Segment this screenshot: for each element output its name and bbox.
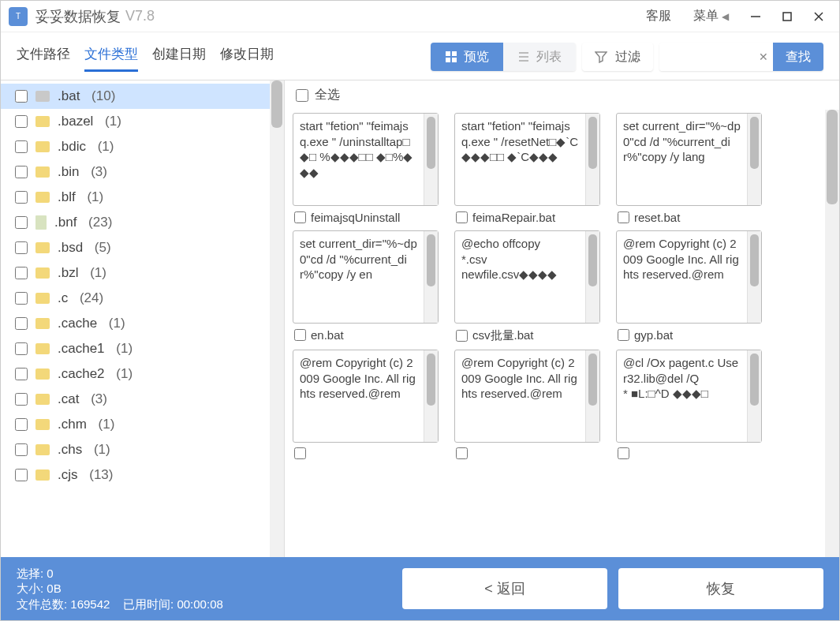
ext-label: .c bbox=[58, 290, 68, 306]
file-card[interactable]: set current_dir="%~dp0"cd /d "%current_d… bbox=[293, 230, 439, 345]
main-scrollbar[interactable] bbox=[825, 110, 839, 557]
sidebar-item-checkbox[interactable] bbox=[15, 140, 28, 153]
filter-button[interactable]: 过滤 bbox=[582, 43, 653, 71]
search-go-button[interactable]: 查找 bbox=[773, 43, 823, 71]
file-checkbox[interactable] bbox=[456, 211, 468, 223]
thumb-scrollbar[interactable] bbox=[424, 114, 438, 205]
folder-icon bbox=[35, 192, 50, 203]
file-checkbox[interactable] bbox=[294, 329, 306, 341]
thumb-scrollbar[interactable] bbox=[424, 350, 438, 442]
triangle-left-icon: ◀ bbox=[722, 11, 729, 22]
sidebar-item-checkbox[interactable] bbox=[15, 166, 28, 178]
file-card[interactable]: @rem Copyright (c) 2009 Google Inc. All … bbox=[616, 230, 762, 345]
sidebar-item-checkbox[interactable] bbox=[15, 368, 28, 380]
back-button[interactable]: < 返回 bbox=[402, 568, 607, 609]
file-card[interactable]: set current_dir="%~dp0"cd /d "%current_d… bbox=[616, 113, 762, 226]
minimize-button[interactable] bbox=[740, 1, 771, 32]
sidebar-item-checkbox[interactable] bbox=[15, 469, 28, 481]
sidebar-item[interactable]: .chm (1) bbox=[1, 412, 270, 437]
file-preview-thumb[interactable]: @rem Copyright (c) 2009 Google Inc. All … bbox=[616, 230, 762, 324]
file-card[interactable]: @cl /Ox pagent.c User32.lib@del /Q* ■L:□… bbox=[616, 350, 762, 461]
sidebar-scrollbar[interactable] bbox=[270, 80, 284, 557]
preview-mode-button[interactable]: 预览 bbox=[431, 43, 503, 71]
thumb-scrollbar[interactable] bbox=[585, 350, 599, 442]
search-clear-button[interactable]: ✕ bbox=[754, 51, 773, 63]
file-card[interactable]: @rem Copyright (c) 2009 Google Inc. All … bbox=[454, 350, 600, 461]
file-card[interactable]: start "fetion" "feimajsq.exe " /uninstal… bbox=[293, 113, 439, 226]
ext-label: .blf bbox=[58, 189, 76, 205]
file-checkbox[interactable] bbox=[294, 211, 306, 223]
thumb-scrollbar[interactable] bbox=[747, 231, 761, 323]
file-checkbox[interactable] bbox=[456, 330, 468, 342]
sidebar-item[interactable]: .cjs (13) bbox=[1, 462, 270, 488]
sidebar-item-checkbox[interactable] bbox=[15, 90, 28, 103]
sidebar-item-checkbox[interactable] bbox=[15, 393, 28, 406]
sidebar-item[interactable]: .bazel (1) bbox=[1, 109, 270, 134]
thumb-scrollbar[interactable] bbox=[585, 231, 599, 323]
file-checkbox[interactable] bbox=[456, 447, 468, 459]
sidebar-item[interactable]: .cache (1) bbox=[1, 311, 270, 336]
sidebar-item-checkbox[interactable] bbox=[15, 191, 28, 204]
file-preview-thumb[interactable]: @rem Copyright (c) 2009 Google Inc. All … bbox=[454, 350, 600, 443]
file-preview-thumb[interactable]: @rem Copyright (c) 2009 Google Inc. All … bbox=[293, 350, 439, 443]
sidebar-item[interactable]: .bnf (23) bbox=[1, 210, 270, 235]
sidebar-item[interactable]: .cache2 (1) bbox=[1, 361, 270, 387]
file-preview-thumb[interactable]: @echo offcopy*.csvnewfile.csv◆◆◆◆ bbox=[454, 230, 600, 324]
sidebar-item[interactable]: .bin (3) bbox=[1, 159, 270, 185]
sidebar-item[interactable]: .cat (3) bbox=[1, 387, 270, 412]
file-card[interactable]: @echo offcopy*.csvnewfile.csv◆◆◆◆ csv批量.… bbox=[454, 230, 600, 345]
tab-file-type[interactable]: 文件类型 bbox=[84, 42, 138, 72]
select-all-checkbox[interactable] bbox=[296, 89, 308, 102]
file-card[interactable]: @rem Copyright (c) 2009 Google Inc. All … bbox=[293, 350, 439, 461]
list-mode-button[interactable]: 列表 bbox=[503, 43, 576, 71]
ext-label: .cache bbox=[58, 316, 97, 331]
file-preview-text: set current_dir="%~dp0"cd /d "%current_d… bbox=[617, 114, 747, 205]
recover-button[interactable]: 恢复 bbox=[618, 568, 823, 609]
file-preview-thumb[interactable]: @cl /Ox pagent.c User32.lib@del /Q* ■L:□… bbox=[616, 350, 762, 443]
sidebar-item[interactable]: .bzl (1) bbox=[1, 260, 270, 286]
sidebar-item-checkbox[interactable] bbox=[15, 267, 28, 279]
tab-file-path[interactable]: 文件路径 bbox=[17, 42, 70, 72]
file-checkbox[interactable] bbox=[618, 211, 629, 223]
file-preview-thumb[interactable]: set current_dir="%~dp0"cd /d "%current_d… bbox=[616, 113, 762, 206]
sidebar-item-checkbox[interactable] bbox=[15, 216, 28, 229]
list-icon bbox=[517, 51, 530, 63]
sidebar-item-checkbox[interactable] bbox=[15, 115, 28, 128]
file-preview-thumb[interactable]: start "fetion" "feimajsq.exe " /resetNet… bbox=[454, 113, 600, 206]
tab-created-date[interactable]: 创建日期 bbox=[152, 42, 206, 72]
maximize-button[interactable] bbox=[771, 1, 803, 32]
ext-label: .cjs bbox=[58, 467, 78, 483]
sidebar-item-checkbox[interactable] bbox=[15, 342, 28, 355]
search-input[interactable] bbox=[659, 43, 754, 71]
sidebar-item[interactable]: .bsd (5) bbox=[1, 235, 270, 260]
sidebar-item-checkbox[interactable] bbox=[15, 443, 28, 456]
sidebar-item-checkbox[interactable] bbox=[15, 317, 28, 330]
thumb-scrollbar[interactable] bbox=[424, 231, 438, 323]
close-button[interactable] bbox=[803, 1, 834, 32]
thumb-scrollbar[interactable] bbox=[585, 114, 599, 205]
sidebar-item[interactable]: .cache1 (1) bbox=[1, 336, 270, 361]
sidebar-item[interactable]: .bat (10) bbox=[1, 84, 270, 109]
file-preview-thumb[interactable]: set current_dir="%~dp0"cd /d "%current_d… bbox=[293, 230, 439, 324]
sidebar-item[interactable]: .c (24) bbox=[1, 286, 270, 311]
file-checkbox[interactable] bbox=[618, 329, 629, 341]
sidebar-item[interactable]: .chs (1) bbox=[1, 437, 270, 462]
file-checkbox[interactable] bbox=[618, 447, 629, 459]
preview-label: 预览 bbox=[464, 49, 489, 65]
thumb-scrollbar[interactable] bbox=[747, 350, 761, 442]
sidebar-item-checkbox[interactable] bbox=[15, 292, 28, 305]
file-preview-text: start "fetion" "feimajsq.exe " /resetNet… bbox=[455, 114, 585, 205]
tab-modified-date[interactable]: 修改日期 bbox=[220, 42, 274, 72]
sidebar-item-checkbox[interactable] bbox=[15, 241, 28, 254]
file-card[interactable]: start "fetion" "feimajsq.exe " /resetNet… bbox=[454, 113, 600, 226]
support-button[interactable]: 客服 bbox=[635, 1, 682, 32]
file-checkbox[interactable] bbox=[294, 447, 306, 459]
sidebar-item[interactable]: .blf (1) bbox=[1, 185, 270, 210]
thumb-scrollbar[interactable] bbox=[747, 114, 761, 205]
menu-button[interactable]: 菜单 ◀ bbox=[682, 1, 740, 32]
sidebar-item[interactable]: .bdic (1) bbox=[1, 134, 270, 159]
file-type-sidebar[interactable]: .bat (10) .bazel (1) .bdic (1) .bin (3) … bbox=[1, 80, 270, 557]
footer-bar: 选择: 0 大小: 0B 文件总数: 169542 已用时间: 00:00:08… bbox=[1, 557, 839, 620]
file-preview-thumb[interactable]: start "fetion" "feimajsq.exe " /uninstal… bbox=[293, 113, 439, 206]
sidebar-item-checkbox[interactable] bbox=[15, 418, 28, 431]
